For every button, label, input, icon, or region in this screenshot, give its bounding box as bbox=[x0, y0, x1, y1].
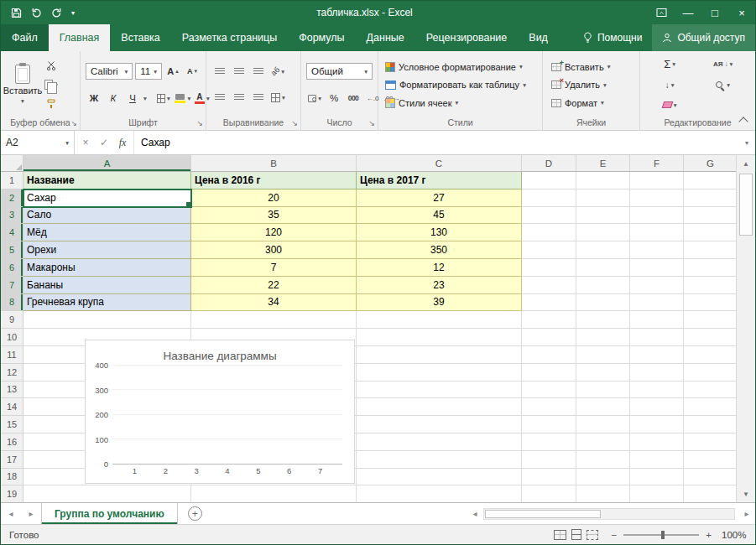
cell-F17[interactable] bbox=[630, 451, 684, 469]
share-button[interactable]: Общий доступ bbox=[652, 24, 755, 51]
close-button[interactable]: × bbox=[728, 1, 755, 24]
name-box[interactable]: A2 ▾ bbox=[1, 131, 75, 154]
cell-B2[interactable]: 20 bbox=[191, 189, 357, 207]
cell-D6[interactable] bbox=[522, 259, 576, 277]
tab-home[interactable]: Главная bbox=[49, 24, 111, 51]
cell-A5[interactable]: Орехи bbox=[23, 241, 191, 259]
row-header-10[interactable]: 10 bbox=[1, 329, 23, 346]
copy-button[interactable]: ▾ bbox=[43, 77, 60, 93]
cell-C8[interactable]: 39 bbox=[357, 294, 522, 312]
cell-D3[interactable] bbox=[522, 207, 576, 225]
cell-E3[interactable] bbox=[576, 207, 630, 225]
cell-A2[interactable]: Сахар bbox=[23, 189, 191, 207]
cell-D10[interactable] bbox=[522, 329, 576, 346]
cell-F1[interactable] bbox=[630, 172, 684, 189]
cell-D18[interactable] bbox=[522, 469, 576, 486]
align-bottom-button[interactable] bbox=[250, 64, 267, 80]
cell-F8[interactable] bbox=[630, 294, 684, 312]
cell-D14[interactable] bbox=[522, 398, 576, 416]
cell-F5[interactable] bbox=[630, 241, 684, 259]
normal-view-icon[interactable] bbox=[554, 530, 566, 540]
vertical-scroll-track[interactable] bbox=[737, 172, 755, 485]
column-header-G[interactable]: G bbox=[684, 155, 738, 171]
font-name-combobox[interactable]: Calibri▾ bbox=[86, 63, 133, 80]
cell-C18[interactable] bbox=[357, 469, 522, 486]
cell-E8[interactable] bbox=[576, 294, 630, 312]
sheet-nav-right-icon[interactable]: ▸ bbox=[21, 503, 41, 524]
sort-filter-button[interactable]: АЯ↓▾ bbox=[699, 56, 747, 72]
cell-B19[interactable] bbox=[191, 485, 357, 502]
tell-me-assistant[interactable]: Помощни bbox=[573, 24, 652, 51]
cancel-button[interactable]: × bbox=[76, 131, 95, 154]
cell-E10[interactable] bbox=[576, 329, 630, 346]
tab-page-layout[interactable]: Разметка страницы bbox=[171, 24, 288, 51]
cell-G1[interactable] bbox=[684, 172, 738, 189]
row-header-18[interactable]: 18 bbox=[1, 469, 23, 486]
borders-button[interactable]: ▾ bbox=[155, 91, 172, 106]
tab-formulas[interactable]: Формулы bbox=[288, 24, 355, 51]
format-cells-button[interactable]: Формат ▾ bbox=[550, 97, 633, 109]
vertical-scrollbar[interactable]: ▲ ▼ bbox=[736, 155, 755, 502]
cell-D1[interactable] bbox=[522, 172, 576, 189]
cell-G16[interactable] bbox=[684, 433, 738, 451]
font-size-combobox[interactable]: 11▾ bbox=[135, 63, 162, 80]
cell-E19[interactable] bbox=[576, 485, 630, 502]
cell-G12[interactable] bbox=[684, 364, 738, 382]
cell-B9[interactable] bbox=[191, 311, 357, 329]
cell-G19[interactable] bbox=[684, 485, 738, 502]
comma-style-button[interactable]: 000 bbox=[345, 91, 362, 106]
cell-F4[interactable] bbox=[630, 224, 684, 241]
format-as-table-button[interactable]: Форматировать как таблицу ▾ bbox=[383, 79, 537, 91]
vertical-scroll-thumb[interactable] bbox=[739, 174, 753, 236]
underline-button[interactable]: Ч bbox=[124, 91, 141, 106]
cell-G15[interactable] bbox=[684, 416, 738, 433]
cell-D11[interactable] bbox=[522, 346, 576, 364]
cell-G13[interactable] bbox=[684, 382, 738, 399]
delete-cells-button[interactable]: Удалить ▾ bbox=[550, 79, 633, 91]
enter-button[interactable]: ✓ bbox=[95, 131, 113, 154]
cell-C16[interactable] bbox=[357, 433, 522, 451]
hscroll-left-icon[interactable]: ◂ bbox=[467, 503, 483, 524]
number-format-combobox[interactable]: Общий▾ bbox=[306, 63, 373, 80]
horizontal-scroll-thumb[interactable] bbox=[485, 510, 601, 518]
column-header-A[interactable]: A bbox=[23, 155, 191, 171]
percent-button[interactable]: % bbox=[326, 91, 342, 106]
ribbon-display-options-button[interactable] bbox=[648, 1, 675, 24]
cell-E12[interactable] bbox=[576, 364, 630, 382]
cell-C2[interactable]: 27 bbox=[357, 189, 522, 207]
redo-button[interactable] bbox=[48, 3, 65, 22]
zoom-in-icon[interactable]: + bbox=[706, 530, 712, 540]
scroll-up-icon[interactable]: ▲ bbox=[737, 155, 755, 172]
column-header-F[interactable]: F bbox=[630, 155, 684, 171]
cell-G3[interactable] bbox=[684, 207, 738, 225]
row-header-11[interactable]: 11 bbox=[1, 346, 23, 364]
column-header-E[interactable]: E bbox=[576, 155, 630, 171]
cell-B8[interactable]: 34 bbox=[191, 294, 357, 312]
tab-review[interactable]: Рецензирование bbox=[415, 24, 519, 51]
cell-F13[interactable] bbox=[630, 382, 684, 399]
row-header-1[interactable]: 1 bbox=[1, 172, 23, 189]
cell-G17[interactable] bbox=[684, 451, 738, 469]
cell-G5[interactable] bbox=[684, 241, 738, 259]
zoom-percent[interactable]: 100% bbox=[722, 530, 755, 540]
cell-D13[interactable] bbox=[522, 382, 576, 399]
cell-E1[interactable] bbox=[576, 172, 630, 189]
row-header-2[interactable]: 2 bbox=[1, 189, 23, 207]
cell-D8[interactable] bbox=[522, 294, 576, 312]
row-header-3[interactable]: 3 bbox=[1, 207, 23, 225]
cell-E17[interactable] bbox=[576, 451, 630, 469]
cell-C12[interactable] bbox=[357, 364, 522, 382]
orientation-button[interactable]: аб▾ bbox=[269, 64, 286, 80]
cut-button[interactable] bbox=[43, 58, 60, 74]
cell-D16[interactable] bbox=[522, 433, 576, 451]
row-header-16[interactable]: 16 bbox=[1, 433, 23, 451]
row-header-19[interactable]: 19 bbox=[1, 485, 23, 502]
cell-F15[interactable] bbox=[630, 416, 684, 433]
decrease-font-button[interactable]: А▾ bbox=[184, 64, 201, 80]
cell-C7[interactable]: 23 bbox=[357, 277, 522, 294]
undo-button[interactable] bbox=[28, 3, 45, 22]
zoom-out-icon[interactable]: − bbox=[612, 530, 618, 540]
cell-E16[interactable] bbox=[576, 433, 630, 451]
cell-B5[interactable]: 300 bbox=[191, 241, 357, 259]
cell-C9[interactable] bbox=[357, 311, 522, 329]
